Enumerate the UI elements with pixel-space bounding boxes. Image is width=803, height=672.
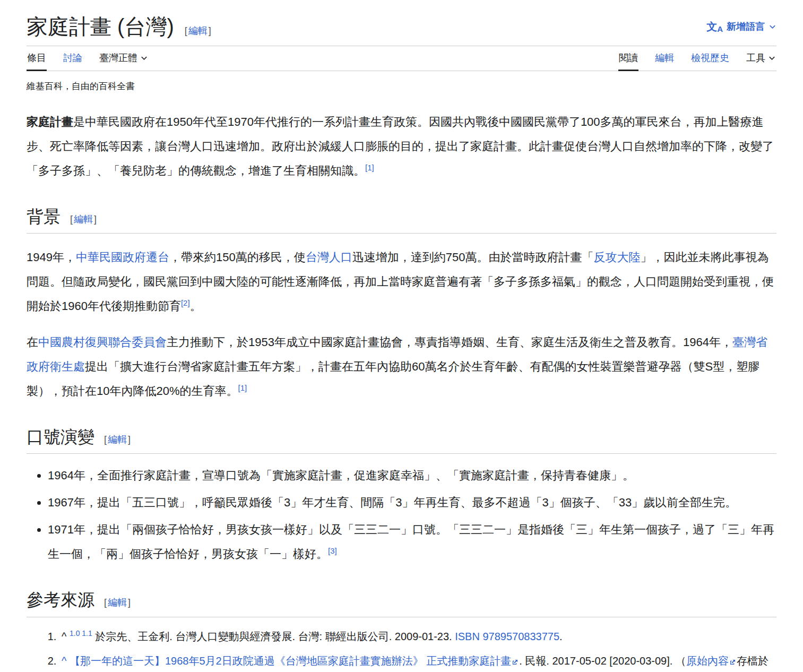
link-original-content[interactable]: 原始內容	[686, 655, 729, 667]
wikipedia-article-page: 家庭計畫 (台灣) [編輯] 文A 新增語言 條目 討論 臺灣正體 閱讀 編輯 …	[0, 0, 803, 672]
bracket-open: [	[69, 214, 74, 225]
bold-term: 家庭計畫	[27, 115, 73, 128]
ref-backlink[interactable]: ^	[62, 655, 66, 667]
backlink[interactable]: 1.0	[70, 629, 80, 637]
reference-item: ^ 1.0 1.1 於宗先、王金利. 台灣人口變動與經濟發展. 台灣: 聯經出版…	[59, 625, 776, 648]
language-icon: 文A	[706, 20, 723, 34]
tools-menu[interactable]: 工具	[746, 46, 776, 71]
footnote-marker: [3]	[328, 546, 337, 555]
footnote-marker: [2]	[181, 298, 190, 307]
bracket-open: [	[103, 434, 108, 445]
tabs-right: 閱讀 編輯 檢視歷史 工具	[618, 46, 776, 71]
tab-edit[interactable]: 編輯	[654, 46, 675, 71]
section-background: 背景 [編輯] 1949年，中華民國政府遷台，帶來約150萬的移民，使台灣人口迅…	[27, 208, 776, 403]
slogan-list: 1964年，全面推行家庭計畫，宣導口號為「實施家庭計畫，促進家庭幸福」、「實施家…	[27, 463, 776, 566]
bracket-close: ]	[127, 434, 132, 445]
backlink-group: 1.0 1.1	[70, 629, 92, 637]
article-tabs-bar: 條目 討論 臺灣正體 閱讀 編輯 檢視歷史 工具	[27, 46, 776, 71]
footnote-link[interactable]: [1]	[365, 163, 374, 172]
backlink[interactable]: 1.1	[82, 629, 92, 637]
edit-section-button[interactable]: 編輯	[108, 597, 127, 608]
footnote-link[interactable]: [1]	[238, 383, 247, 392]
footnote-link[interactable]: [2]	[181, 298, 190, 307]
link-minbao-article[interactable]: 【那一年的這一天】1968年5月2日政院通過《台灣地區家庭計畫實施辦法》 正式推…	[70, 655, 511, 667]
reference-list: ^ 1.0 1.1 於宗先、王金利. 台灣人口變動與經濟發展. 台灣: 聯經出版…	[27, 625, 776, 672]
section-edit-section: [編輯]	[103, 433, 132, 446]
variant-dropdown[interactable]: 臺灣正體	[99, 46, 149, 71]
chevron-down-icon	[769, 23, 776, 31]
section-slogans: 口號演變 [編輯] 1964年，全面推行家庭計畫，宣導口號為「實施家庭計畫，促進…	[27, 428, 776, 566]
title-row: 家庭計畫 (台灣) [編輯] 文A 新增語言	[27, 14, 776, 46]
link-retake-mainland[interactable]: 反攻大陸	[593, 251, 640, 264]
section-heading: 背景	[27, 208, 61, 226]
section-heading-row: 口號演變 [編輯]	[27, 428, 776, 454]
bracket-open: [	[103, 597, 108, 608]
section-heading: 參考來源	[27, 591, 94, 609]
page-title: 家庭計畫 (台灣) [編輯]	[27, 14, 212, 39]
reference-item: ^ 【那一年的這一天】1968年5月2日政院通過《台灣地區家庭計畫實施辦法》 正…	[59, 649, 776, 672]
section-heading: 口號演變	[27, 428, 94, 446]
title-edit-section: [編輯]	[184, 25, 212, 37]
list-item: 1967年，提出「五三口號」，呼籲民眾婚後「3」年才生育、間隔「3」年再生育、最…	[48, 490, 776, 515]
link-roc-government-relocation[interactable]: 中華民國政府遷台	[76, 251, 169, 264]
chevron-down-icon	[140, 54, 148, 62]
footnote-link[interactable]: [3]	[328, 546, 337, 555]
edit-title-button[interactable]: 編輯	[188, 25, 208, 36]
bracket-close: ]	[208, 25, 212, 36]
link-taiwan-population[interactable]: 台灣人口	[306, 251, 352, 264]
site-tagline: 維基百科，自由的百科全書	[27, 80, 776, 92]
intro-paragraph: 家庭計畫是中華民國政府在1950年代至1970年代推行的一系列計畫生育政策。因國…	[27, 110, 776, 183]
section-heading-row: 背景 [編輯]	[27, 208, 776, 234]
section-heading-row: 參考來源 [編輯]	[27, 591, 776, 617]
footnote-marker: [1]	[365, 163, 374, 172]
section-edit-section: [編輯]	[103, 596, 132, 609]
external-link-icon	[512, 655, 518, 667]
bracket-close: ]	[127, 597, 132, 608]
list-item: 1971年，提出「兩個孩子恰恰好，男孩女孩一樣好」以及「三三二一」口號。「三三二…	[48, 518, 776, 566]
add-language-button[interactable]: 文A 新增語言	[706, 20, 776, 34]
footnote-marker: [1]	[238, 383, 247, 392]
section-edit-section: [編輯]	[69, 213, 98, 226]
bracket-close: ]	[93, 214, 98, 225]
tab-read[interactable]: 閱讀	[618, 46, 638, 71]
background-paragraph-2: 在中國農村復興聯合委員會主力推動下，於1953年成立中國家庭計畫協會，專責指導婚…	[27, 330, 776, 403]
edit-section-button[interactable]: 編輯	[108, 434, 127, 445]
link-jcrr[interactable]: 中國農村復興聯合委員會	[38, 335, 167, 349]
tab-article[interactable]: 條目	[27, 46, 47, 71]
chevron-down-icon	[768, 54, 776, 62]
tabs-left: 條目 討論 臺灣正體	[27, 46, 149, 71]
tab-history[interactable]: 檢視歷史	[690, 46, 730, 71]
bracket-open: [	[184, 25, 188, 36]
add-language-label: 新增語言	[727, 20, 765, 33]
tab-talk[interactable]: 討論	[63, 46, 83, 71]
section-references: 參考來源 [編輯] ^ 1.0 1.1 於宗先、王金利. 台灣人口變動與經濟發展…	[27, 591, 776, 672]
background-paragraph-1: 1949年，中華民國政府遷台，帶來約150萬的移民，使台灣人口迅速增加，達到約7…	[27, 245, 776, 318]
page-title-text: 家庭計畫 (台灣)	[27, 14, 174, 39]
link-isbn[interactable]: ISBN 9789570833775	[455, 631, 559, 642]
external-link-icon	[730, 655, 736, 667]
list-item: 1964年，全面推行家庭計畫，宣導口號為「實施家庭計畫，促進家庭幸福」、「實施家…	[48, 463, 776, 488]
edit-section-button[interactable]: 編輯	[74, 214, 93, 225]
